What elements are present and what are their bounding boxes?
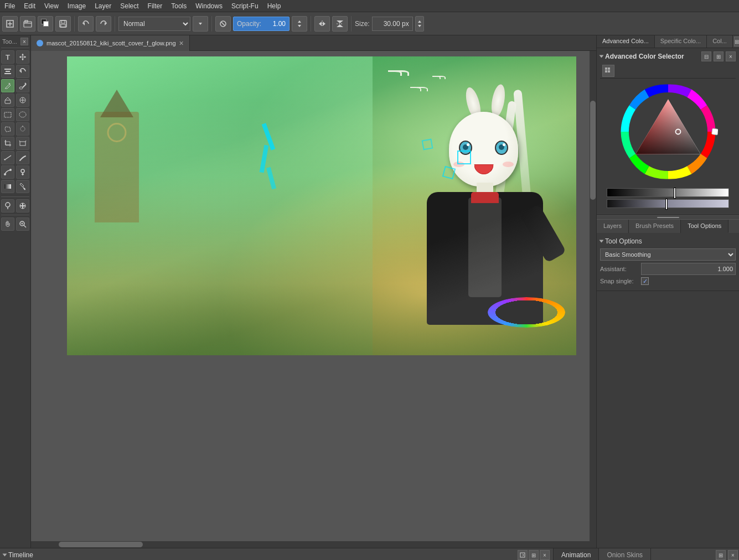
smudge-tool[interactable] — [16, 151, 29, 164]
canvas-tab[interactable]: mascot_20150812_kiki_scott_cover_f_glow.… — [31, 35, 190, 51]
size-input[interactable] — [376, 20, 409, 28]
new-button[interactable] — [2, 16, 18, 32]
menu-tools[interactable]: Tools — [167, 1, 191, 11]
layers-tab[interactable]: Layers — [597, 220, 629, 233]
svg-marker-10 — [199, 23, 202, 25]
free-select-tool[interactable] — [1, 122, 14, 136]
eraser-tool[interactable] — [1, 94, 14, 107]
menu-edit[interactable]: Edit — [19, 1, 40, 11]
flip-h-button[interactable] — [314, 16, 330, 32]
color-gradient-bar-1[interactable] — [607, 188, 729, 197]
svg-rect-58 — [605, 68, 607, 70]
brush-presets-tab[interactable]: Brush Presets — [629, 220, 681, 233]
menu-layer[interactable]: Layer — [90, 1, 116, 11]
canvas-viewport[interactable] — [31, 51, 596, 548]
move-tool[interactable] — [16, 50, 29, 64]
ellipse-select-tool[interactable] — [16, 108, 29, 121]
animation-tab[interactable]: Animation — [554, 548, 599, 560]
scrollbar-v-thumb[interactable] — [590, 101, 596, 200]
smoothing-select[interactable]: Basic Smoothing No Smoothing Weighted Sm… — [600, 248, 736, 261]
col-tab[interactable]: Col... — [707, 35, 733, 48]
reset-opacity-button[interactable] — [215, 16, 231, 32]
timeline-add-frame-btn[interactable] — [518, 550, 528, 560]
paths-tool[interactable] — [1, 165, 14, 179]
mode-options-button[interactable] — [193, 16, 208, 32]
onion-skins-tab[interactable]: Onion Skins — [599, 548, 651, 560]
opacity-input[interactable] — [263, 20, 286, 28]
menu-select[interactable]: Select — [116, 1, 143, 11]
gradient-handle-1[interactable] — [674, 188, 676, 199]
dodge-burn-tool[interactable] — [1, 199, 14, 212]
svg-marker-13 — [298, 25, 301, 27]
toolbox-label: Too... — [2, 38, 17, 45]
pencil-tool[interactable] — [1, 79, 14, 92]
gradient-tool[interactable] — [1, 180, 14, 193]
anim-close-btn[interactable]: × — [728, 550, 738, 560]
blend-mode-select[interactable]: Normal Dissolve Multiply Screen — [118, 17, 190, 31]
menu-windows[interactable]: Windows — [191, 1, 227, 11]
menu-bar: File Edit View Image Layer Select Filter… — [0, 0, 739, 12]
color-float-btn[interactable]: ⊞ — [714, 51, 724, 61]
menu-file[interactable]: File — [0, 1, 19, 11]
menu-image[interactable]: Image — [63, 1, 90, 11]
menu-script[interactable]: Script-Fu — [227, 1, 263, 11]
color-options-btn[interactable]: ⊟ — [701, 51, 711, 61]
opacity-stepper[interactable] — [292, 16, 307, 32]
assistant-input[interactable] — [641, 263, 736, 275]
tool-options-label: Tool Options — [605, 237, 642, 245]
menu-filter[interactable]: Filter — [143, 1, 167, 11]
paintbrush-tool[interactable] — [16, 79, 29, 92]
fg-bg-color[interactable] — [38, 16, 53, 32]
scrollbar-h-thumb[interactable] — [59, 542, 142, 547]
color-picker-tool[interactable] — [16, 165, 29, 179]
tool-options-tab[interactable]: Tool Options — [681, 220, 728, 233]
redo-button[interactable] — [96, 16, 111, 32]
save-button[interactable] — [55, 16, 71, 32]
canvas-scrollbar-h[interactable] — [31, 541, 590, 548]
canvas-scrollbar-v[interactable] — [590, 51, 596, 548]
measure-tool[interactable] — [1, 151, 14, 164]
clone-tool[interactable] — [16, 94, 29, 107]
timeline-header: Timeline ⊞ × — [0, 548, 553, 560]
align-tool[interactable] — [1, 65, 14, 78]
flip-v-button[interactable] — [332, 16, 348, 32]
color-close-btn[interactable]: × — [726, 51, 736, 61]
svg-marker-12 — [298, 20, 301, 23]
snap-single-checkbox[interactable]: ✓ — [641, 277, 649, 285]
right-panel-float-btn[interactable]: ⊞ — [734, 37, 739, 46]
undo-button[interactable] — [78, 16, 94, 32]
toolbox-close-btn[interactable]: × — [20, 38, 28, 45]
zoom-tool[interactable] — [16, 217, 29, 231]
svg-point-47 — [21, 169, 24, 173]
heal-tool[interactable] — [16, 199, 29, 212]
open-button[interactable] — [20, 16, 35, 32]
size-stepper[interactable] — [415, 16, 424, 32]
timeline-close-btn[interactable]: × — [540, 550, 550, 560]
rect-select-tool[interactable] — [1, 108, 14, 121]
specific-color-tab[interactable]: Specific Colo... — [655, 35, 707, 48]
color-gradient-bar-2[interactable] — [607, 199, 729, 208]
svg-point-51 — [6, 203, 10, 207]
text-tool[interactable]: T — [1, 50, 14, 64]
color-grid-icon[interactable] — [602, 65, 614, 77]
right-panel: Advanced Colo... Specific Colo... Col...… — [596, 35, 739, 548]
tool-options-title[interactable]: Tool Options — [600, 237, 736, 245]
timeline-float-btn[interactable]: ⊞ — [529, 550, 539, 560]
rotate-tool[interactable] — [16, 65, 29, 78]
size-group: Size: — [355, 16, 424, 32]
gradient-handle-2[interactable] — [665, 199, 668, 210]
crop-tool[interactable] — [1, 137, 14, 150]
pan-tool[interactable] — [1, 217, 14, 231]
perspective-tool[interactable] — [16, 137, 29, 150]
fuzzy-select-tool[interactable] — [16, 122, 29, 136]
panel-divider[interactable] — [597, 215, 739, 220]
advanced-color-tab[interactable]: Advanced Colo... — [597, 35, 655, 48]
main-layout: Too... × T — [0, 35, 739, 548]
tab-close-button[interactable]: × — [179, 39, 184, 47]
menu-help[interactable]: Help — [263, 1, 286, 11]
timeline-title[interactable]: Timeline — [3, 551, 33, 559]
menu-view[interactable]: View — [40, 1, 63, 11]
color-wheel[interactable] — [618, 82, 718, 182]
anim-float-btn[interactable]: ⊞ — [716, 550, 726, 560]
bucket-fill-tool[interactable] — [16, 180, 29, 193]
